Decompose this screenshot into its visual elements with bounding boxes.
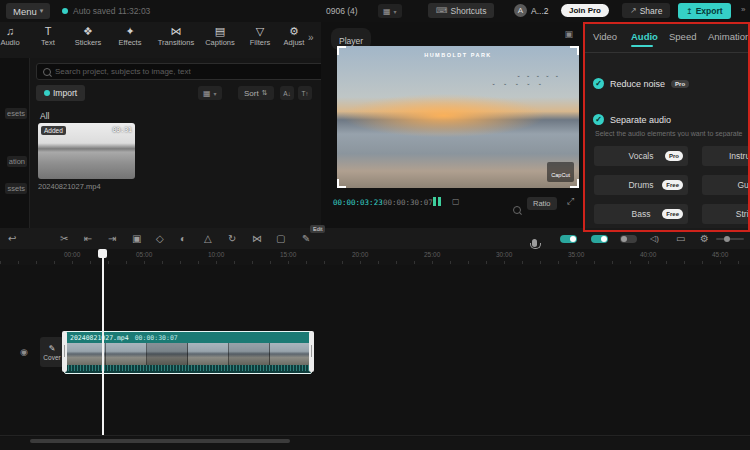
selection-corner-handle[interactable] xyxy=(570,179,579,188)
clip-trim-handle-left[interactable] xyxy=(62,331,67,372)
ratio-button[interactable]: Ratio xyxy=(527,197,557,210)
monitor-icon[interactable]: ▭ xyxy=(676,232,685,245)
tab-transitions[interactable]: ⋈ Transitions xyxy=(153,25,199,47)
microphone-icon[interactable] xyxy=(532,239,537,247)
tab-video[interactable]: Video xyxy=(593,31,617,42)
speaker-icon[interactable]: ◁) xyxy=(650,232,659,245)
stem-button-guitar[interactable]: Guitar xyxy=(702,175,750,195)
slider-handle[interactable] xyxy=(724,236,730,242)
playhead-handle[interactable] xyxy=(98,249,107,258)
settings-gear-icon[interactable]: ⚙ xyxy=(700,232,709,245)
total-time: 00:00:30:07 xyxy=(383,198,433,207)
share-button[interactable]: ↗ Share xyxy=(622,3,670,18)
clip-trim-handle-right[interactable] xyxy=(309,331,314,372)
media-sidebar: esets ation ssets xyxy=(0,58,30,228)
autosave-text: Auto saved 11:32:03 xyxy=(73,6,150,16)
picture-in-picture-icon[interactable]: ▣ xyxy=(564,29,573,39)
cover-button[interactable]: ✎ Cover xyxy=(40,337,64,367)
edit-tool-icon[interactable]: ✎ xyxy=(302,232,310,245)
menu-button[interactable]: Menu ▾ xyxy=(6,3,50,19)
app-window: Menu ▾ Auto saved 11:32:03 0906 (4) ▦ ▾ … xyxy=(0,0,750,450)
checkbox-checked-icon[interactable]: ✓ xyxy=(593,78,604,89)
video-canvas[interactable]: HUMBOLDT PARK ⌄ ⌄ ⌄ ⌄ ⌄ ⌄ ⌄ ⌄ ⌄ ⌄ CapCut xyxy=(337,46,579,188)
selection-corner-handle[interactable] xyxy=(570,46,579,55)
contrast-icon[interactable]: ◐ xyxy=(180,232,186,245)
tab-audio[interactable]: ♫ Audio xyxy=(0,25,30,47)
search-icon xyxy=(43,68,51,76)
sidebar-item-partial[interactable]: ssets xyxy=(5,183,27,194)
sort-button[interactable]: Sort ⇅ xyxy=(238,86,274,100)
keyframe-icon[interactable]: ◇ xyxy=(156,232,164,245)
undo-icon[interactable]: ↩ xyxy=(8,232,16,245)
selection-corner-handle[interactable] xyxy=(337,179,346,188)
stop-icon[interactable]: ▢ xyxy=(452,197,460,206)
checkbox-checked-icon[interactable]: ✓ xyxy=(593,114,604,125)
pen-icon: ✎ xyxy=(49,344,56,353)
view-mode-button[interactable]: ▦ ▾ xyxy=(198,86,222,100)
trim-left-icon[interactable]: ⇤ xyxy=(84,232,92,245)
ruler-label: 25:00 xyxy=(424,251,440,258)
delete-icon[interactable]: ▣ xyxy=(132,232,141,245)
mask-icon[interactable]: △ xyxy=(204,232,212,245)
tab-label: Effects xyxy=(119,38,142,47)
import-button[interactable]: Import xyxy=(36,85,85,101)
more-icon[interactable]: » xyxy=(741,5,745,14)
filmstrip-frame xyxy=(147,343,188,365)
loop-icon[interactable]: ↻ xyxy=(228,232,236,245)
shortcuts-button[interactable]: ⌨ Shortcuts xyxy=(428,3,494,18)
stem-button-drums[interactable]: Drums Free xyxy=(594,175,688,195)
ruler-label: 05:00 xyxy=(136,251,152,258)
timeline-ruler[interactable]: 00:00 05:00 10:00 15:00 20:00 25:00 30:0… xyxy=(0,249,750,266)
split-icon[interactable]: ✂ xyxy=(60,232,68,245)
sidebar-item-partial[interactable]: ation xyxy=(7,156,27,167)
chevron-down-icon: ▾ xyxy=(214,90,217,97)
layout-switch-button[interactable]: ▦ ▾ xyxy=(378,4,402,18)
tab-label: Audio xyxy=(0,38,19,47)
stem-button-instrument[interactable]: Instrument xyxy=(702,146,750,166)
tab-text[interactable]: T Text xyxy=(28,25,68,47)
layout-grid-icon: ▦ xyxy=(383,7,391,16)
crop-icon[interactable]: ▢ xyxy=(276,232,285,245)
timeline-zoom-slider[interactable] xyxy=(716,238,744,240)
media-item-thumbnail[interactable]: Added 00:31 xyxy=(38,123,135,179)
sort-az-button[interactable]: A↓ xyxy=(280,86,294,100)
tab-animation[interactable]: Animation xyxy=(708,31,750,42)
tab-effects[interactable]: ✦ Effects xyxy=(110,25,150,47)
tab-label: Stickers xyxy=(75,38,102,47)
tab-speed[interactable]: Speed xyxy=(669,31,696,42)
toggle-off[interactable] xyxy=(620,235,637,243)
export-button[interactable]: ↥ Export xyxy=(678,3,731,19)
free-badge: Free xyxy=(662,209,683,219)
selection-corner-handle[interactable] xyxy=(337,46,346,55)
timeline-tracks: ◉ − ✎ Cover 20240821027.mp4 00:00:30:07 xyxy=(0,265,750,437)
horizontal-scrollbar[interactable] xyxy=(30,439,290,443)
toggle-on[interactable] xyxy=(591,235,608,243)
tab-stickers[interactable]: ❖ Stickers xyxy=(68,25,108,47)
join-pro-button[interactable]: Join Pro xyxy=(561,4,609,17)
separate-audio-label: Separate audio xyxy=(610,115,671,125)
ruler-label: 40:00 xyxy=(640,251,656,258)
transition-icon[interactable]: ⋈ xyxy=(252,232,262,245)
playhead-line[interactable] xyxy=(102,249,104,435)
avatar[interactable]: A xyxy=(514,4,527,17)
fullscreen-icon[interactable]: ⤢ xyxy=(567,196,574,207)
search-input[interactable]: Search project, subjects to image, text xyxy=(36,63,324,80)
more-tabs-icon[interactable]: » xyxy=(308,32,314,43)
cover-label: Cover xyxy=(43,354,60,361)
filters-icon: ▽ xyxy=(256,25,264,37)
stem-button-bass[interactable]: Bass Free xyxy=(594,204,688,224)
stem-button-vocals[interactable]: Vocals Pro xyxy=(594,146,688,166)
sort-az-icon: A↓ xyxy=(283,90,291,97)
tab-captions[interactable]: ▤ Captions xyxy=(200,25,240,47)
ruler-label: 45:00 xyxy=(712,251,728,258)
pause-button[interactable] xyxy=(433,197,441,206)
sidebar-item-partial[interactable]: esets xyxy=(5,108,27,119)
filter-button[interactable]: T↑ xyxy=(298,86,312,100)
duration-badge: 00:31 xyxy=(112,126,132,134)
stem-button-strings[interactable]: Strings xyxy=(702,204,750,224)
toggle-on[interactable] xyxy=(560,235,577,243)
zoom-preview-icon[interactable] xyxy=(513,206,521,214)
tab-audio[interactable]: Audio xyxy=(631,31,658,42)
trim-right-icon[interactable]: ⇥ xyxy=(108,232,116,245)
track-visibility-eye-icon[interactable]: ◉ xyxy=(20,347,28,357)
